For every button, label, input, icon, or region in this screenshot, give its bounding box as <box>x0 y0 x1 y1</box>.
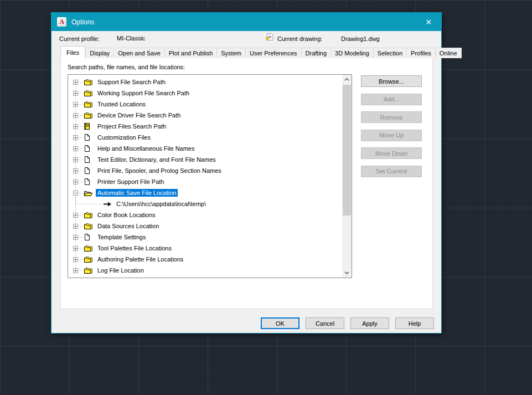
tree-item-label[interactable]: Color Book Locations <box>96 211 157 219</box>
expand-toggle-icon[interactable]: + <box>73 91 78 96</box>
tree-item[interactable]: +Device Driver File Search Path <box>68 110 342 121</box>
tree-connector <box>78 215 83 216</box>
tree-item[interactable]: +Template Settings <box>68 232 342 243</box>
tab-display[interactable]: Display <box>85 48 114 58</box>
collapse-toggle-icon[interactable]: − <box>73 191 78 196</box>
expand-toggle-icon[interactable]: + <box>73 80 78 85</box>
tree-connector <box>78 248 83 249</box>
expand-toggle-icon[interactable]: + <box>73 268 78 273</box>
tree-item[interactable]: +Print File, Spooler, and Prolog Section… <box>68 165 342 176</box>
tree-item[interactable]: +Trusted Locations <box>68 99 342 110</box>
expand-toggle-icon[interactable]: + <box>73 124 78 129</box>
tab-online[interactable]: Online <box>435 48 462 58</box>
expand-toggle-icon[interactable]: + <box>73 102 78 107</box>
tree-item-label[interactable]: Text Editor, Dictionary, and Font File N… <box>96 156 218 163</box>
tab-system[interactable]: System <box>216 48 246 58</box>
tree-item[interactable]: +Help and Miscellaneous File Names <box>68 143 342 154</box>
expand-toggle-icon[interactable]: + <box>73 224 78 229</box>
close-icon[interactable]: ✕ <box>421 17 436 28</box>
tree-item[interactable]: +Data Sources Location <box>68 220 342 232</box>
expand-toggle-icon[interactable]: + <box>73 213 78 218</box>
tree-item[interactable]: +Tool Palettes File Locations <box>68 243 342 254</box>
expand-toggle-icon[interactable]: + <box>73 179 78 184</box>
tab-drafting[interactable]: Drafting <box>301 48 332 58</box>
expand-toggle-icon[interactable]: + <box>73 235 78 240</box>
tree-item-label[interactable]: Project Files Search Path <box>96 122 168 130</box>
folders-icon <box>84 89 94 97</box>
expand-toggle-icon[interactable]: + <box>73 168 78 173</box>
dialog-titlebar[interactable]: A Options ✕ <box>51 13 441 31</box>
expand-toggle-icon[interactable]: + <box>73 113 78 118</box>
tree-connector <box>78 171 83 171</box>
tree-item-label[interactable]: Print File, Spooler, and Prolog Section … <box>96 167 223 175</box>
book-icon <box>84 122 94 130</box>
tree-connector <box>78 160 83 160</box>
tree-item-label[interactable]: Working Support File Search Path <box>96 89 191 97</box>
current-drawing-value: Drawing1.dwg <box>341 35 380 42</box>
folders-icon <box>84 244 94 252</box>
drawing-file-icon <box>265 33 274 41</box>
cancel-button[interactable]: Cancel <box>306 317 344 329</box>
tree-item[interactable]: +Text Editor, Dictionary, and Font File … <box>68 154 342 165</box>
tree-child-item[interactable]: C:\Users\hcc\appdata\local\temp\ <box>68 198 342 209</box>
help-button[interactable]: Help <box>395 317 434 329</box>
tree-item-label[interactable]: Log File Location <box>96 266 146 274</box>
tree-item-label[interactable]: Automatic Save File Location <box>96 189 178 197</box>
file-icon <box>84 167 94 175</box>
expand-toggle-icon[interactable]: + <box>73 246 78 251</box>
tree-scrollbar[interactable] <box>342 75 352 278</box>
file-icon <box>84 178 94 186</box>
tree-item[interactable]: +Color Book Locations <box>68 209 342 220</box>
tree-connector <box>78 226 83 227</box>
tab-3d-modeling[interactable]: 3D Modeling <box>330 48 374 58</box>
tree-item[interactable]: +Log File Location <box>68 265 342 276</box>
expand-toggle-icon[interactable]: + <box>73 257 78 262</box>
tree-item-label[interactable]: Help and Miscellaneous File Names <box>96 145 196 152</box>
tree-item-label[interactable]: Printer Support File Path <box>96 178 166 186</box>
tab-bar: FilesDisplayOpen and SavePlot and Publis… <box>60 47 462 58</box>
options-dialog: A Options ✕ Current profile: MI-Classic … <box>51 12 442 334</box>
expand-toggle-icon[interactable]: + <box>73 135 78 140</box>
tab-plot-and-publish[interactable]: Plot and Publish <box>164 48 218 58</box>
folders-icon <box>84 100 94 108</box>
tree-item-label[interactable]: Data Sources Location <box>96 222 161 230</box>
browse-button[interactable]: Browse... <box>361 75 422 87</box>
tab-files[interactable]: Files <box>60 46 85 58</box>
tree-item-label[interactable]: Authoring Palette File Locations <box>96 255 185 263</box>
tree-connector <box>78 182 83 182</box>
tree-item[interactable]: +Support File Search Path <box>68 76 342 88</box>
tree-connector <box>78 259 83 260</box>
tree-item-label[interactable]: Template Settings <box>96 233 147 241</box>
scroll-up-icon[interactable] <box>342 75 352 84</box>
tree-child-label[interactable]: C:\Users\hcc\appdata\local\temp\ <box>115 200 208 208</box>
tab-open-and-save[interactable]: Open and Save <box>113 48 164 58</box>
tree-item[interactable]: +Customization Files <box>68 132 342 143</box>
tree-item-label[interactable]: Customization Files <box>96 134 152 141</box>
apply-button[interactable]: Apply <box>350 317 389 329</box>
tree-action-buttons: Browse...Add...RemoveMove UpMove DownSet… <box>361 58 422 309</box>
tree-item[interactable]: +Printer Support File Path <box>68 176 342 187</box>
tree-item-label[interactable]: Device Driver File Search Path <box>96 111 182 119</box>
expand-toggle-icon[interactable]: + <box>73 157 78 162</box>
folders-icon <box>84 255 94 263</box>
tree-connector <box>78 237 83 238</box>
tab-selection[interactable]: Selection <box>373 48 407 58</box>
tree-item[interactable]: +Authoring Palette File Locations <box>68 254 342 265</box>
tree-item-label[interactable]: Trusted Locations <box>96 100 147 108</box>
set-current-button: Set Current <box>361 166 422 177</box>
tree-connector <box>78 193 83 193</box>
tab-user-preferences[interactable]: User Preferences <box>245 48 302 58</box>
scrollbar-thumb[interactable] <box>343 85 351 216</box>
tree-item-label[interactable]: Support File Search Path <box>96 78 167 86</box>
scroll-down-icon[interactable] <box>342 268 352 278</box>
tree-item[interactable]: +Project Files Search Path <box>68 121 342 132</box>
autocad-canvas-background: { "window": { "title": "Options", "close… <box>0 0 532 395</box>
folders-icon <box>84 78 94 86</box>
tree-item[interactable]: +Working Support File Search Path <box>68 88 342 99</box>
tree-connector <box>78 126 83 127</box>
expand-toggle-icon[interactable]: + <box>73 146 78 151</box>
tree-item[interactable]: −Automatic Save File Location <box>68 187 342 198</box>
tree-item-label[interactable]: Tool Palettes File Locations <box>96 244 173 252</box>
ok-button[interactable]: OK <box>261 317 299 329</box>
tab-profiles[interactable]: Profiles <box>406 48 436 58</box>
